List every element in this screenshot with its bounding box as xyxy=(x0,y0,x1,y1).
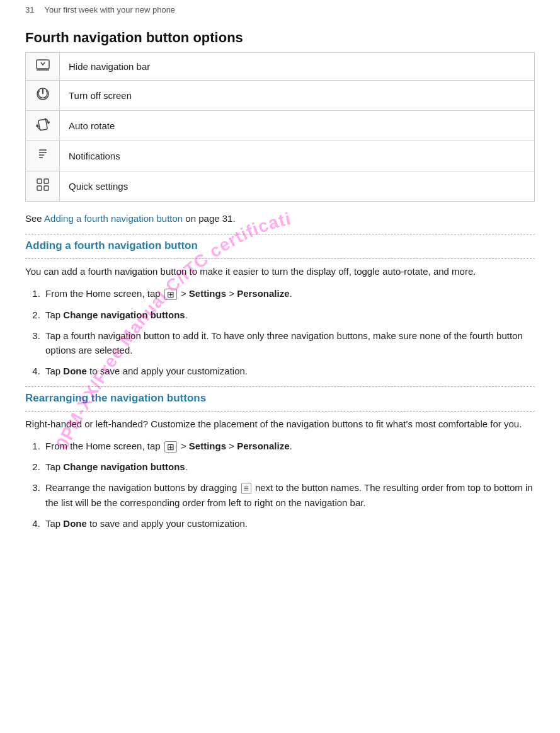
svg-rect-13 xyxy=(44,186,49,190)
auto-rotate-label: Auto rotate xyxy=(60,111,535,141)
hide-nav-label: Hide navigation bar xyxy=(60,53,535,81)
see-prefix: See xyxy=(25,213,44,224)
table-row: Turn off screen xyxy=(26,81,535,111)
svg-rect-10 xyxy=(37,179,42,183)
divider-1 xyxy=(25,234,535,234)
adding-link[interactable]: Adding a fourth navigation button xyxy=(44,213,183,224)
step-item: Tap Change navigation buttons. xyxy=(43,459,535,474)
drag-icon: ≡ xyxy=(241,483,251,494)
see-line: See Adding a fourth navigation button on… xyxy=(25,213,535,224)
page-number: 31 xyxy=(25,5,34,14)
table-row: Quick settings xyxy=(26,171,535,202)
svg-rect-11 xyxy=(44,179,49,183)
divider-3 xyxy=(25,386,535,387)
section3-steps: From the Home screen, tap ⊞ > Settings >… xyxy=(25,439,535,531)
grid-icon: ⊞ xyxy=(164,289,177,300)
table-row: Hide navigation bar xyxy=(26,53,535,81)
section3-intro: Right-handed or left-handed? Customize t… xyxy=(25,417,535,431)
section2-steps: From the Home screen, tap ⊞ > Settings >… xyxy=(25,286,535,378)
page-title-header: Your first week with your new phone xyxy=(44,5,175,14)
step-item: Tap Done to save and apply your customiz… xyxy=(43,516,535,531)
section2-intro: You can add a fourth navigation button t… xyxy=(25,264,535,279)
step-item: From the Home screen, tap ⊞ > Settings >… xyxy=(43,439,535,453)
hide-nav-icon xyxy=(26,53,60,81)
section1-title: Fourth navigation button options xyxy=(25,30,535,46)
page-header: 31 Your first week with your new phone xyxy=(25,0,535,21)
turn-off-label: Turn off screen xyxy=(60,81,535,111)
section3-title: Rearranging the navigation buttons xyxy=(25,392,535,405)
divider-4 xyxy=(25,411,535,412)
step-item: Tap Change navigation buttons. xyxy=(43,308,535,322)
power-icon xyxy=(26,81,60,111)
see-suffix: on page 31. xyxy=(183,213,235,224)
step-item: Tap a fourth navigation button to add it… xyxy=(43,328,535,358)
grid-icon-2: ⊞ xyxy=(164,441,177,453)
step-item: From the Home screen, tap ⊞ > Settings >… xyxy=(43,286,535,301)
rotate-icon xyxy=(26,111,60,141)
svg-rect-12 xyxy=(37,186,42,190)
notif-icon xyxy=(26,141,60,171)
table-row: Auto rotate xyxy=(26,111,535,141)
section2-title: Adding a fourth navigation button xyxy=(25,240,535,252)
quick-settings-label: Quick settings xyxy=(60,171,535,202)
quick-settings-icon xyxy=(26,171,60,202)
step-item: Rearrange the navigation buttons by drag… xyxy=(43,480,535,510)
nav-options-table: Hide navigation bar Turn off screen Auto… xyxy=(25,52,535,202)
notif-label: Notifications xyxy=(60,141,535,171)
table-row: Notifications xyxy=(26,141,535,171)
step-item: Tap Done to save and apply your customiz… xyxy=(43,364,535,378)
divider-2 xyxy=(25,258,535,259)
